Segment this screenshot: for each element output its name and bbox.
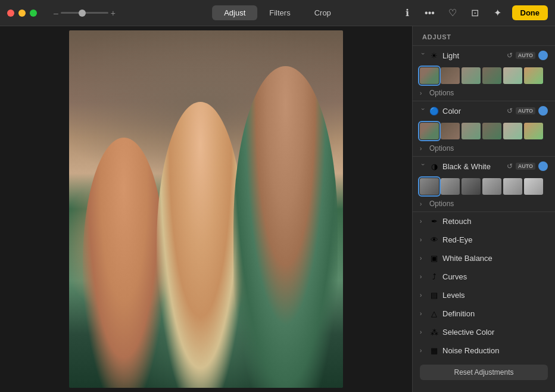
color-options-label: Options [429, 144, 454, 153]
bw-thumbs [413, 176, 555, 198]
info-icon[interactable]: ℹ [399, 5, 416, 21]
traffic-lights [7, 10, 37, 17]
curves-label: Curves [442, 272, 548, 281]
light-chevron: › [420, 52, 426, 58]
color-icon: 🔵 [429, 107, 439, 116]
selectivecolor-row[interactable]: › ⁂ Selective Color [413, 323, 555, 341]
whitebalance-icon: ▣ [429, 254, 439, 263]
bw-undo-icon[interactable]: ↺ [507, 162, 513, 170]
noisereduction-chevron: › [420, 347, 426, 354]
titlebar: – + Adjust Filters Crop ℹ ••• ♡ ⊡ ✦ Done [0, 0, 555, 26]
levels-row[interactable]: › ▤ Levels [413, 286, 555, 304]
reset-adjustments-button[interactable]: Reset Adjustments [420, 365, 548, 380]
definition-chevron: › [420, 310, 426, 317]
bw-label: Black & White [442, 162, 503, 171]
redeye-row[interactable]: › 👁 Red-Eye [413, 231, 555, 249]
curves-chevron: › [420, 273, 426, 280]
light-thumb-1[interactable] [441, 67, 460, 84]
light-thumb-5[interactable] [524, 67, 543, 84]
bw-header[interactable]: › ◑ Black & White ↺ AUTO [413, 157, 555, 176]
light-undo-icon[interactable]: ↺ [507, 51, 513, 60]
color-label: Color [442, 107, 503, 116]
light-header[interactable]: › ☀ Light ↺ AUTO [413, 46, 555, 65]
noisereduction-row[interactable]: › ▦ Noise Reduction [413, 341, 555, 360]
minimize-button[interactable] [18, 10, 26, 17]
light-label: Light [442, 51, 503, 60]
done-button[interactable]: Done [512, 5, 548, 20]
retouch-label: Retouch [442, 217, 548, 226]
light-options-row[interactable]: › Options [413, 88, 555, 101]
definition-label: Definition [442, 309, 548, 318]
light-thumb-2[interactable] [462, 67, 481, 84]
bw-thumb-4[interactable] [503, 178, 522, 195]
levels-label: Levels [442, 291, 548, 300]
photo-area [0, 26, 412, 392]
color-undo-icon[interactable]: ↺ [507, 107, 513, 115]
adjust-panel: ADJUST › ☀ Light ↺ AUTO [412, 26, 555, 392]
bw-thumb-0[interactable] [420, 178, 439, 195]
window-controls: – + [7, 8, 116, 18]
retouch-chevron: › [420, 218, 426, 225]
color-controls: ↺ AUTO [507, 106, 548, 116]
light-section: › ☀ Light ↺ AUTO › Options [413, 46, 555, 101]
light-toggle[interactable] [538, 51, 548, 60]
bw-thumb-3[interactable] [482, 178, 501, 195]
light-thumb-4[interactable] [503, 67, 522, 84]
selectivecolor-icon: ⁂ [429, 328, 439, 337]
color-thumb-1[interactable] [441, 123, 460, 139]
crop-icon[interactable]: ⊡ [467, 5, 484, 21]
color-thumbs [413, 120, 555, 143]
light-thumb-3[interactable] [482, 67, 501, 84]
photo-container [69, 30, 343, 388]
light-thumb-0[interactable] [420, 67, 439, 84]
tab-crop[interactable]: Crop [303, 5, 343, 20]
light-icon: ☀ [429, 51, 439, 60]
whitebalance-chevron: › [420, 255, 426, 262]
whitebalance-row[interactable]: › ▣ White Balance [413, 249, 555, 267]
selectivecolor-label: Selective Color [442, 328, 548, 337]
panel-title: ADJUST [413, 26, 555, 46]
tab-adjust[interactable]: Adjust [212, 5, 257, 20]
curves-icon: ⤴ [429, 272, 439, 281]
color-header[interactable]: › 🔵 Color ↺ AUTO [413, 101, 555, 120]
main-content: ADJUST › ☀ Light ↺ AUTO [0, 26, 555, 392]
bw-options-chevron: › [420, 201, 426, 207]
curves-row[interactable]: › ⤴ Curves [413, 267, 555, 286]
color-thumb-0[interactable] [420, 123, 439, 139]
brightness-slider[interactable]: – + [54, 8, 116, 18]
whitebalance-label: White Balance [442, 254, 548, 263]
noisereduction-label: Noise Reduction [442, 346, 548, 355]
color-thumb-3[interactable] [482, 123, 501, 139]
tab-bar: Adjust Filters Crop [212, 5, 343, 20]
light-options-chevron: › [420, 90, 426, 97]
bw-toggle[interactable] [538, 161, 548, 171]
close-button[interactable] [7, 10, 14, 17]
slider-thumb [79, 10, 86, 17]
redeye-chevron: › [420, 237, 426, 243]
tab-filters[interactable]: Filters [257, 5, 302, 20]
color-thumb-5[interactable] [524, 123, 543, 139]
more-icon[interactable]: ••• [422, 5, 438, 21]
bw-thumb-5[interactable] [524, 178, 543, 195]
heart-icon[interactable]: ♡ [444, 5, 461, 21]
bw-thumb-2[interactable] [462, 178, 481, 195]
bw-section: › ◑ Black & White ↺ AUTO › Options [413, 157, 555, 212]
color-toggle[interactable] [538, 106, 548, 116]
retouch-row[interactable]: › ✒ Retouch [413, 212, 555, 231]
definition-icon: △ [429, 309, 439, 318]
color-auto-badge[interactable]: AUTO [516, 107, 535, 114]
magic-icon[interactable]: ✦ [489, 5, 506, 21]
color-thumb-2[interactable] [462, 123, 481, 139]
color-thumb-4[interactable] [503, 123, 522, 139]
selectivecolor-chevron: › [420, 329, 426, 335]
bw-thumb-1[interactable] [441, 178, 460, 195]
color-options-chevron: › [420, 145, 426, 152]
definition-row[interactable]: › △ Definition [413, 304, 555, 323]
bw-auto-badge[interactable]: AUTO [516, 163, 535, 170]
bw-options-label: Options [429, 200, 454, 208]
slider-track [61, 12, 108, 14]
color-options-row[interactable]: › Options [413, 143, 555, 156]
light-auto-badge[interactable]: AUTO [516, 52, 535, 59]
bw-options-row[interactable]: › Options [413, 198, 555, 211]
fullscreen-button[interactable] [30, 10, 37, 17]
